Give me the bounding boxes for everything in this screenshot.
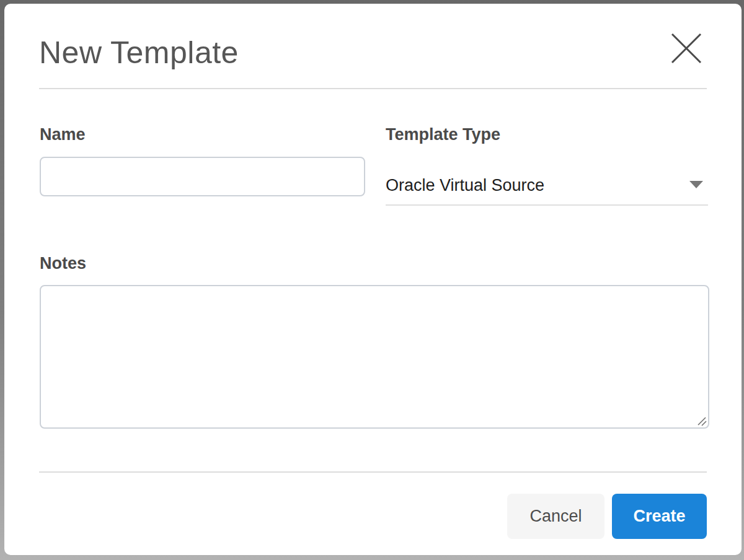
- close-button[interactable]: [669, 31, 704, 66]
- chevron-down-icon: [689, 181, 703, 188]
- template-type-underline: [386, 204, 708, 206]
- template-type-select[interactable]: Oracle Virtual Source: [386, 166, 708, 204]
- notes-label: Notes: [40, 254, 86, 273]
- template-type-label: Template Type: [386, 125, 500, 144]
- template-type-selected-value: Oracle Virtual Source: [386, 176, 544, 195]
- create-button[interactable]: Create: [612, 494, 707, 539]
- name-input[interactable]: [40, 157, 365, 196]
- notes-field-container: [40, 285, 709, 429]
- cancel-button[interactable]: Cancel: [507, 494, 604, 539]
- name-label: Name: [40, 125, 86, 144]
- notes-textarea[interactable]: [40, 285, 709, 429]
- new-template-dialog: New Template Name Template Type Oracle V…: [4, 4, 742, 555]
- close-icon: [671, 33, 702, 64]
- header-divider: [39, 88, 707, 89]
- footer-divider: [39, 471, 707, 473]
- dialog-title: New Template: [39, 35, 239, 71]
